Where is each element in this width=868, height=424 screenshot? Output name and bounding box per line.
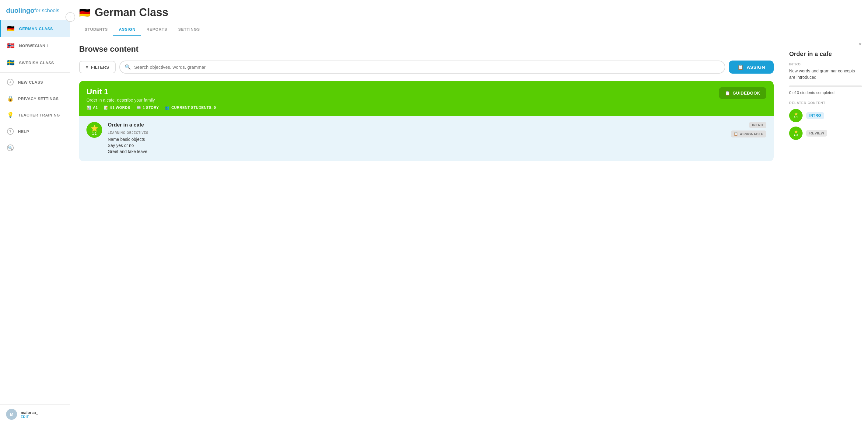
unit-header: Unit 1 Order in a cafe, describe your fa… — [79, 81, 774, 116]
level-label: A1 — [93, 105, 98, 110]
sidebar-item-label: TEACHER TRAINING — [18, 113, 60, 118]
lesson-card: ⭐ 1-1 Order in a cafe LEARNING OBJECTIVE… — [79, 116, 774, 161]
students-icon: 👥 — [165, 105, 169, 110]
help-icon: ? — [7, 128, 14, 135]
tab-assign[interactable]: ASSIGN — [113, 24, 141, 36]
lesson-objective-1: Name basic objects — [108, 137, 725, 142]
students-label: CURRENT STUDENTS: 0 — [172, 105, 216, 110]
lesson-objective-3: Greet and take leave — [108, 149, 725, 154]
search-input[interactable] — [134, 64, 720, 70]
unit-stat-words: 📝 51 WORDS — [104, 105, 130, 110]
filters-button[interactable]: ≡ FILTERS — [79, 61, 116, 73]
sidebar-nav: 🇩🇪 GERMAN CLASS 🇳🇴 NORWEGIAN I 🇸🇪 SWEDIS… — [0, 20, 70, 404]
story-label: 1 STORY — [143, 105, 159, 110]
logo-suffix: for schools — [34, 8, 59, 14]
related-item-2: ⭐ 1-3 REVIEW — [789, 127, 862, 140]
related-badge-1: ⭐ 1-1 — [789, 109, 803, 122]
lesson-row: ⭐ 1-1 Order in a cafe LEARNING OBJECTIVE… — [87, 122, 766, 155]
sidebar-item-label: SWEDISH CLASS — [19, 61, 54, 65]
lesson-objective-2: Say yes or no — [108, 143, 725, 148]
related-num-1: 1-1 — [794, 116, 798, 119]
sidebar-footer: M maiorca_ EDIT — [0, 404, 70, 424]
sidebar-item-new-class[interactable]: + NEW CLASS — [0, 74, 70, 90]
related-badge-2: ⭐ 1-3 — [789, 127, 803, 140]
unit-card: Unit 1 Order in a cafe, describe your fa… — [79, 81, 774, 161]
related-tag-2: REVIEW — [806, 130, 827, 137]
sidebar-item-help[interactable]: ? HELP — [0, 123, 70, 140]
sidebar-item-norwegian[interactable]: 🇳🇴 NORWEGIAN I — [0, 37, 70, 54]
level-icon: 📊 — [87, 105, 91, 110]
unit-stat-story: 📖 1 STORY — [136, 105, 159, 110]
panel-intro-label: INTRO — [789, 62, 862, 66]
assign-icon: 📋 — [738, 64, 744, 70]
unit-stats: 📊 A1 📝 51 WORDS 📖 1 STORY — [87, 105, 216, 110]
panel-students-completed: 0 of 0 students completed — [789, 90, 862, 95]
unit-stat-level: 📊 A1 — [87, 105, 98, 110]
guidebook-icon: 📋 — [725, 91, 731, 96]
sidebar-item-label: GERMAN CLASS — [19, 27, 53, 31]
filters-label: FILTERS — [91, 65, 109, 70]
sidebar-divider — [0, 72, 70, 73]
browse-content-panel: Browse content ≡ FILTERS 🔍 📋 ASSIGN — [70, 35, 783, 424]
avatar: M — [6, 409, 17, 420]
plus-icon: + — [7, 79, 14, 86]
related-item-1: ⭐ 1-1 INTRO — [789, 109, 862, 122]
related-star-icon-2: ⭐ — [794, 130, 798, 133]
bulb-icon: 💡 — [7, 111, 14, 118]
sidebar: duolingo for schools 🇩🇪 GERMAN CLASS 🇳🇴 … — [0, 0, 70, 424]
tabs: STUDENTS ASSIGN REPORTS SETTINGS — [70, 24, 868, 35]
related-tag-1: INTRO — [806, 112, 824, 119]
tab-reports[interactable]: REPORTS — [141, 24, 173, 36]
unit-stat-students: 👥 CURRENT STUDENTS: 0 — [165, 105, 216, 110]
browse-title: Browse content — [79, 44, 774, 54]
unit-subtitle: Order in a cafe, describe your family — [87, 98, 216, 102]
collapse-sidebar-button[interactable]: ‹ — [65, 12, 75, 22]
lock-icon: 🔒 — [7, 95, 14, 102]
related-num-2: 1-3 — [794, 133, 798, 136]
logo: duolingo for schools — [0, 0, 70, 20]
sidebar-item-german-class[interactable]: 🇩🇪 GERMAN CLASS — [0, 20, 70, 37]
class-flag-icon: 🇩🇪 — [79, 7, 90, 18]
lesson-title: Order in a cafe — [108, 122, 725, 128]
panel-progress-bar — [789, 86, 862, 87]
lesson-badges: INTRO 📋 ASSIGNABLE — [731, 122, 766, 137]
class-title: German Class — [95, 6, 855, 19]
panel-title: Order in a cafe — [789, 51, 862, 58]
content-area: Browse content ≡ FILTERS 🔍 📋 ASSIGN — [70, 35, 868, 424]
sidebar-item-teacher-training[interactable]: 💡 TEACHER TRAINING — [0, 107, 70, 123]
panel-intro-text: New words and grammar concepts are intro… — [789, 68, 862, 80]
norwegian-flag-icon: 🇳🇴 — [7, 42, 15, 49]
assignable-badge: 📋 ASSIGNABLE — [731, 130, 766, 137]
tab-students[interactable]: STUDENTS — [79, 24, 113, 36]
search-icon: 🔍 — [7, 144, 14, 151]
sidebar-item-label: HELP — [18, 129, 29, 134]
objectives-label: LEARNING OBJECTIVES — [108, 131, 725, 134]
right-panel: × Order in a cafe INTRO New words and gr… — [783, 35, 868, 424]
tab-settings[interactable]: SETTINGS — [173, 24, 206, 36]
browse-toolbar: ≡ FILTERS 🔍 📋 ASSIGN — [79, 61, 774, 74]
lesson-number: 1-1 — [92, 132, 96, 135]
related-star-icon-1: ⭐ — [794, 112, 798, 116]
edit-profile-button[interactable]: EDIT — [21, 415, 38, 419]
unit-info: Unit 1 Order in a cafe, describe your fa… — [87, 87, 216, 110]
related-content-label: RELATED CONTENT — [789, 101, 862, 105]
lesson-star-icon: ⭐ — [91, 125, 98, 132]
sidebar-item-swedish-class[interactable]: 🇸🇪 SWEDISH CLASS — [0, 54, 70, 71]
assignable-label: ASSIGNABLE — [740, 132, 763, 136]
assign-label: ASSIGN — [747, 64, 765, 70]
sidebar-item-privacy-settings[interactable]: 🔒 PRIVACY SETTINGS — [0, 90, 70, 107]
guidebook-label: GUIDEBOOK — [733, 91, 760, 96]
assign-button[interactable]: 📋 ASSIGN — [729, 61, 774, 74]
sidebar-item-label: NEW CLASS — [18, 80, 43, 85]
guidebook-button[interactable]: 📋 GUIDEBOOK — [719, 87, 766, 99]
sidebar-item-label: PRIVACY SETTINGS — [18, 96, 59, 101]
assignable-icon: 📋 — [734, 132, 738, 136]
story-icon: 📖 — [136, 105, 141, 110]
lesson-info: Order in a cafe LEARNING OBJECTIVES Name… — [108, 122, 725, 155]
close-panel-button[interactable]: × — [859, 41, 862, 47]
intro-badge: INTRO — [749, 122, 766, 128]
search-icon: 🔍 — [125, 64, 131, 70]
sidebar-item-search[interactable]: 🔍 — [0, 140, 70, 156]
lesson-badge: ⭐ 1-1 — [87, 122, 102, 138]
logo-duolingo: duolingo — [6, 7, 34, 14]
